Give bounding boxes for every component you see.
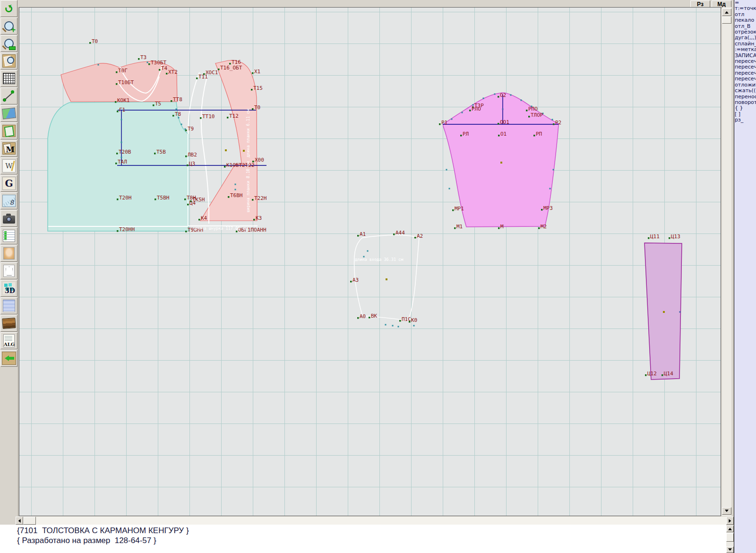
point-marker[interactable] xyxy=(251,89,253,91)
command-item[interactable]: сжать(() xyxy=(734,88,756,94)
point-marker[interactable] xyxy=(541,209,543,211)
point-marker[interactable] xyxy=(89,42,91,44)
point-marker[interactable] xyxy=(116,153,118,155)
curve-point[interactable] xyxy=(235,184,236,185)
curve-point[interactable] xyxy=(235,189,236,190)
point-marker[interactable] xyxy=(553,123,555,125)
point-marker[interactable] xyxy=(469,110,471,112)
curve-point[interactable] xyxy=(449,188,450,190)
point-marker[interactable] xyxy=(229,63,231,65)
center-point[interactable] xyxy=(386,278,387,280)
point-marker[interactable] xyxy=(185,130,187,131)
point-marker[interactable] xyxy=(155,199,156,200)
point-marker[interactable] xyxy=(357,235,359,237)
point-marker[interactable] xyxy=(184,199,186,200)
curve-point[interactable] xyxy=(462,112,463,113)
point-marker[interactable] xyxy=(409,321,411,323)
command-item[interactable]: рз_ xyxy=(734,117,756,123)
tool-grid[interactable] xyxy=(0,70,17,87)
point-marker[interactable] xyxy=(498,96,499,98)
curve-point[interactable] xyxy=(550,188,551,190)
point-marker[interactable] xyxy=(172,115,174,117)
point-marker[interactable] xyxy=(218,69,220,70)
point-marker[interactable] xyxy=(154,153,156,155)
point-marker[interactable] xyxy=(187,204,189,206)
point-marker[interactable] xyxy=(159,69,161,71)
point-marker[interactable] xyxy=(236,231,238,233)
point-marker[interactable] xyxy=(645,374,647,376)
curve-point[interactable] xyxy=(413,325,415,327)
point-marker[interactable] xyxy=(198,219,200,221)
tool-algorithms[interactable]: ALG xyxy=(0,332,17,349)
point-marker[interactable] xyxy=(526,110,528,112)
scroll-left-button[interactable] xyxy=(16,517,23,525)
tool-exit[interactable] xyxy=(0,350,17,367)
tool-view-piece[interactable] xyxy=(0,52,17,69)
point-marker[interactable] xyxy=(224,166,226,168)
point-marker[interactable] xyxy=(115,101,117,103)
tool-image-view[interactable] xyxy=(0,105,17,122)
curve-point[interactable] xyxy=(446,169,447,171)
pattern-canvas[interactable]: Т0Т3Т30БТТ4ХТ2Т0ГТ10БТКОК1Т5ТТ8Г1Т8Т9ТТ1… xyxy=(19,7,721,516)
point-marker[interactable] xyxy=(228,196,230,198)
canvas-vertical-scrollbar[interactable] xyxy=(722,7,731,516)
point-marker[interactable] xyxy=(399,320,401,322)
point-marker[interactable] xyxy=(357,317,359,319)
status-scroll-down-button[interactable] xyxy=(726,546,734,553)
curve-point[interactable] xyxy=(98,64,99,66)
point-marker[interactable] xyxy=(669,237,670,239)
center-point[interactable] xyxy=(663,311,665,313)
curve-point[interactable] xyxy=(367,251,369,252)
point-marker[interactable] xyxy=(185,231,187,233)
tool-size-table[interactable] xyxy=(0,227,17,244)
tool-drafting-compass[interactable]: W xyxy=(0,157,17,174)
status-scrollbar[interactable] xyxy=(726,526,734,553)
point-marker[interactable] xyxy=(116,71,118,73)
point-marker[interactable] xyxy=(393,233,395,235)
scroll-up-button[interactable] xyxy=(722,9,731,16)
ref-point[interactable] xyxy=(502,109,504,110)
point-marker[interactable] xyxy=(138,58,140,60)
curve-point[interactable] xyxy=(176,109,177,110)
point-marker[interactable] xyxy=(528,116,530,118)
point-marker[interactable] xyxy=(227,117,229,119)
command-item[interactable]: дуга(,,,) xyxy=(734,35,756,41)
point-marker[interactable] xyxy=(350,281,352,283)
ref-point[interactable] xyxy=(679,311,681,313)
scroll-down-button[interactable] xyxy=(722,507,731,515)
curve-point[interactable] xyxy=(483,98,484,99)
point-marker[interactable] xyxy=(454,227,456,229)
pattern-piece-pocket[interactable] xyxy=(354,235,419,321)
point-marker[interactable] xyxy=(148,63,150,65)
tool-pattern-piece[interactable] xyxy=(0,122,17,139)
curve-point[interactable] xyxy=(147,62,148,63)
curve-point[interactable] xyxy=(494,94,496,95)
point-marker[interactable] xyxy=(498,227,500,229)
point-marker[interactable] xyxy=(185,156,187,157)
point-marker[interactable] xyxy=(117,111,119,112)
horizontal-scroll-thumb[interactable] xyxy=(23,517,36,525)
point-marker[interactable] xyxy=(187,164,189,166)
canvas-horizontal-scrollbar[interactable] xyxy=(16,517,734,525)
point-marker[interactable] xyxy=(460,135,462,137)
curve-point[interactable] xyxy=(181,124,182,125)
curve-point[interactable] xyxy=(121,142,122,143)
point-marker[interactable] xyxy=(116,83,118,85)
point-marker[interactable] xyxy=(171,100,172,102)
point-marker[interactable] xyxy=(117,230,119,232)
point-marker[interactable] xyxy=(196,78,198,79)
curve-point[interactable] xyxy=(121,157,122,158)
center-point[interactable] xyxy=(225,149,227,151)
tool-zoom-selection[interactable] xyxy=(0,35,17,52)
command-item[interactable]: пересеч xyxy=(734,64,756,70)
point-marker[interactable] xyxy=(439,123,441,125)
tool-pattern-marking[interactable]: M xyxy=(0,140,17,157)
curve-point[interactable] xyxy=(521,100,522,101)
point-marker[interactable] xyxy=(200,117,202,119)
curve-point[interactable] xyxy=(392,325,394,327)
pattern-piece-body-front[interactable] xyxy=(48,102,189,231)
tool-reference-books[interactable] xyxy=(0,315,17,332)
point-marker[interactable] xyxy=(166,73,168,75)
point-marker[interactable] xyxy=(153,104,155,106)
point-marker[interactable] xyxy=(369,317,370,319)
